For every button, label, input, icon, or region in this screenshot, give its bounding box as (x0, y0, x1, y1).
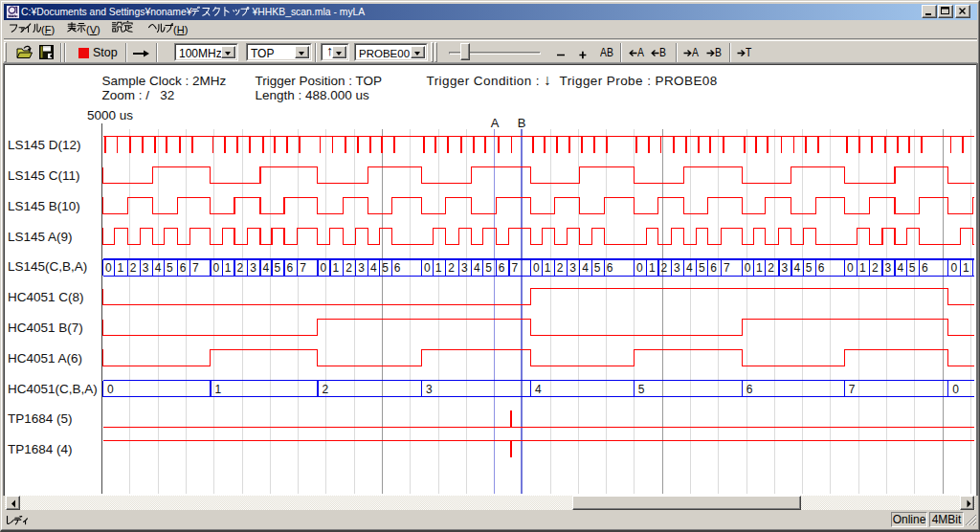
svg-text:3: 3 (143, 261, 149, 275)
svg-text:6: 6 (607, 261, 613, 275)
svg-text:3: 3 (426, 383, 433, 396)
svg-text:3: 3 (569, 261, 576, 275)
svg-text:3: 3 (250, 261, 256, 275)
svg-text:1: 1 (649, 261, 656, 275)
svg-text:0: 0 (636, 261, 643, 275)
svg-text:1: 1 (333, 261, 340, 275)
svg-text:LS145(C,B,A): LS145(C,B,A) (8, 259, 87, 274)
svg-text:4: 4 (263, 261, 270, 275)
svg-text:3: 3 (885, 261, 892, 275)
svg-text:2: 2 (130, 261, 137, 275)
svg-text:5: 5 (485, 261, 492, 275)
svg-text:7: 7 (724, 261, 730, 275)
svg-text:4: 4 (582, 261, 589, 275)
svg-text:7: 7 (849, 383, 856, 396)
svg-text:0: 0 (745, 261, 751, 275)
svg-text:7: 7 (192, 261, 199, 275)
svg-text:6: 6 (710, 261, 717, 275)
svg-text:2: 2 (345, 261, 352, 275)
svg-text:7: 7 (512, 261, 519, 275)
svg-text:0: 0 (847, 261, 854, 275)
svg-text:6: 6 (746, 383, 753, 396)
svg-text:5: 5 (638, 383, 645, 396)
svg-text:LS145 D(12): LS145 D(12) (8, 138, 81, 152)
svg-text:6: 6 (287, 261, 294, 275)
svg-text:1: 1 (225, 261, 232, 275)
svg-text:5: 5 (275, 261, 281, 275)
svg-text:A: A (491, 116, 500, 130)
svg-text:HC4051 B(7): HC4051 B(7) (8, 321, 83, 335)
svg-text:5: 5 (594, 261, 601, 275)
svg-text:0: 0 (424, 261, 431, 275)
svg-text:0: 0 (105, 261, 112, 275)
svg-text:2: 2 (557, 261, 564, 275)
svg-text:5000 us: 5000 us (87, 108, 133, 122)
svg-text:0: 0 (952, 383, 959, 396)
svg-text:4: 4 (370, 261, 377, 275)
svg-text:4: 4 (474, 261, 480, 275)
svg-text:3: 3 (461, 261, 468, 275)
svg-text:2: 2 (448, 261, 455, 275)
svg-text:LS145 C(11): LS145 C(11) (8, 168, 80, 183)
svg-text:0: 0 (213, 261, 220, 275)
svg-text:4: 4 (686, 261, 693, 275)
svg-text:5: 5 (909, 261, 916, 275)
svg-text:1: 1 (545, 261, 551, 275)
svg-text:4: 4 (155, 261, 162, 275)
svg-text:1: 1 (117, 261, 123, 275)
svg-text:LS145 B(10): LS145 B(10) (8, 199, 80, 213)
svg-text:6: 6 (180, 261, 187, 275)
svg-text:HC4051 C(8): HC4051 C(8) (8, 290, 84, 304)
svg-text:5: 5 (806, 261, 813, 275)
svg-text:6: 6 (499, 261, 505, 275)
svg-text:5: 5 (699, 261, 705, 275)
svg-text:4: 4 (535, 383, 542, 396)
svg-text:2: 2 (768, 261, 774, 275)
svg-text:3: 3 (782, 261, 789, 275)
svg-text:5: 5 (167, 261, 173, 275)
svg-text:4: 4 (794, 261, 801, 275)
svg-text:0: 0 (950, 261, 957, 275)
svg-text:2: 2 (661, 261, 668, 275)
svg-text:B: B (518, 116, 526, 130)
svg-text:LS145 A(9): LS145 A(9) (8, 230, 73, 244)
svg-text:0: 0 (533, 261, 540, 275)
svg-text:HC4051(C,B,A): HC4051(C,B,A) (8, 382, 98, 396)
svg-text:1: 1 (756, 261, 763, 275)
svg-text:TP1684 (5): TP1684 (5) (8, 411, 73, 426)
svg-text:6: 6 (922, 261, 928, 275)
svg-text:2: 2 (237, 261, 244, 275)
svg-text:TP1684 (4): TP1684 (4) (8, 442, 73, 456)
svg-text:1: 1 (859, 261, 866, 275)
svg-text:3: 3 (674, 261, 680, 275)
svg-text:2: 2 (872, 261, 879, 275)
svg-text:6: 6 (394, 261, 401, 275)
svg-text:0: 0 (107, 383, 114, 396)
svg-text:0: 0 (321, 261, 327, 275)
svg-text:6: 6 (818, 261, 825, 275)
svg-text:4: 4 (898, 261, 904, 275)
svg-text:1: 1 (963, 261, 969, 275)
svg-text:HC4051 A(6): HC4051 A(6) (8, 351, 82, 366)
svg-text:2: 2 (322, 383, 328, 396)
svg-text:1: 1 (214, 383, 221, 396)
svg-text:5: 5 (382, 261, 389, 275)
svg-text:1: 1 (435, 261, 442, 275)
svg-text:3: 3 (358, 261, 365, 275)
svg-text:7: 7 (300, 261, 306, 275)
